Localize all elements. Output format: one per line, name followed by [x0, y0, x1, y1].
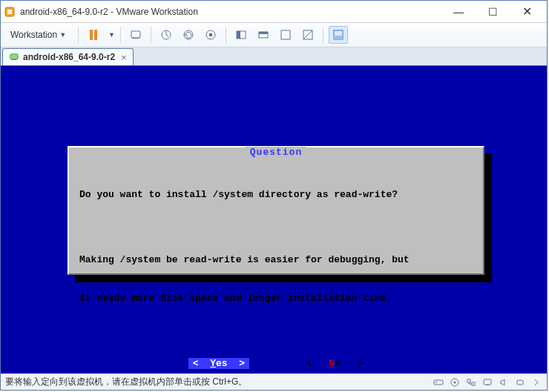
tab-row: android-x86_64-9.0-r2 × — [1, 47, 547, 66]
fullscreen-button[interactable] — [276, 26, 295, 44]
bracket-left: < — [306, 358, 312, 369]
bracket-right: > — [358, 358, 364, 369]
pause-icon — [90, 30, 97, 40]
workstation-menu-button[interactable]: Workstation ▼ — [4, 26, 73, 44]
vm-tab[interactable]: android-x86_64-9.0-r2 × — [2, 48, 134, 65]
usb-status-icon[interactable] — [514, 376, 526, 388]
close-button[interactable]: ✕ — [510, 1, 544, 23]
dialog-line1: Do you want to install /system directory… — [79, 188, 473, 202]
svg-rect-3 — [132, 38, 139, 39]
question-dialog: Question Do you want to install /system … — [68, 146, 484, 275]
svg-rect-27 — [517, 380, 523, 385]
dialog-buttons: < Yes > < No > — [69, 358, 483, 369]
hdd-status-icon[interactable] — [433, 376, 444, 388]
sound-status-icon[interactable] — [498, 376, 510, 388]
svg-rect-9 — [237, 31, 240, 39]
svg-rect-17 — [10, 54, 18, 59]
toolbar-separator — [120, 27, 121, 43]
titlebar: android-x86_64-9.0-r2 - VMware Workstati… — [1, 1, 547, 23]
dialog-body: Do you want to install /system directory… — [69, 147, 483, 339]
bracket-left: < — [193, 358, 199, 369]
send-ctrl-alt-del-button[interactable] — [126, 26, 145, 44]
no-u: N — [329, 358, 335, 369]
workstation-menu-label: Workstation — [10, 30, 57, 40]
toolbar-separator — [323, 27, 323, 43]
toolbar-separator — [78, 27, 79, 43]
bracket-right: > — [239, 358, 245, 369]
status-chevron-icon[interactable] — [530, 376, 542, 388]
dialog-line2: Making /system be read-write is easier f… — [79, 253, 473, 267]
window-title: android-x86_64-9.0-r2 - VMware Workstati… — [20, 7, 441, 17]
svg-rect-23 — [467, 379, 470, 382]
vm-tab-icon — [9, 52, 19, 62]
dropdown-icon[interactable]: ▼ — [108, 31, 115, 39]
vm-tab-label: android-x86_64-9.0-r2 — [23, 52, 115, 62]
maximize-button[interactable]: ☐ — [476, 1, 510, 23]
svg-point-20 — [435, 382, 437, 383]
thumbnail-bar-button[interactable] — [329, 26, 348, 44]
show-console-button[interactable] — [231, 26, 251, 44]
vm-display[interactable]: Question Do you want to install /system … — [1, 66, 547, 373]
svg-rect-7 — [209, 33, 212, 36]
svg-rect-18 — [12, 59, 16, 60]
statusbar: 要将输入定向到该虚拟机，请在虚拟机内部单击或按 Ctrl+G。 — [1, 373, 547, 390]
svg-rect-2 — [131, 31, 140, 38]
yes-u: Y — [210, 358, 216, 369]
svg-rect-11 — [259, 32, 268, 34]
svg-rect-19 — [434, 380, 443, 385]
unity-button[interactable] — [298, 26, 318, 44]
dropdown-icon: ▼ — [59, 31, 66, 39]
toolbar-separator — [226, 27, 226, 43]
svg-rect-12 — [281, 30, 290, 39]
snapshot-revert-button[interactable] — [179, 26, 198, 44]
app-window: android-x86_64-9.0-r2 - VMware Workstati… — [0, 0, 548, 391]
cd-status-icon[interactable] — [449, 376, 461, 388]
svg-rect-26 — [486, 385, 489, 385]
svg-rect-1 — [7, 10, 12, 14]
display-status-icon[interactable] — [481, 376, 493, 388]
status-icons — [433, 376, 542, 388]
network-status-icon[interactable] — [465, 376, 477, 388]
svg-rect-24 — [472, 382, 475, 385]
show-tabs-button[interactable] — [254, 26, 273, 44]
svg-point-22 — [454, 381, 456, 383]
pause-button[interactable] — [84, 26, 103, 44]
yes-button[interactable]: < Yes > — [188, 358, 249, 369]
no-button[interactable]: < No > — [306, 358, 364, 369]
toolbar-separator — [151, 27, 151, 43]
yes-rest: es — [216, 358, 228, 369]
app-icon — [4, 6, 16, 18]
dialog-title: Question — [246, 147, 306, 158]
no-rest: o — [335, 358, 341, 369]
snapshot-manager-button[interactable] — [201, 26, 220, 44]
svg-rect-25 — [484, 379, 491, 385]
toolbar: Workstation ▼ ▼ — [1, 23, 547, 47]
svg-line-14 — [303, 30, 312, 39]
tab-close-button[interactable]: × — [121, 52, 127, 63]
svg-rect-16 — [334, 36, 343, 39]
minimize-button[interactable]: — — [441, 1, 476, 23]
dialog-line3: it needs more disk space and longer inst… — [79, 292, 473, 305]
status-text: 要将输入定向到该虚拟机，请在虚拟机内部单击或按 Ctrl+G。 — [5, 376, 433, 388]
snapshot-take-button[interactable] — [157, 26, 176, 44]
